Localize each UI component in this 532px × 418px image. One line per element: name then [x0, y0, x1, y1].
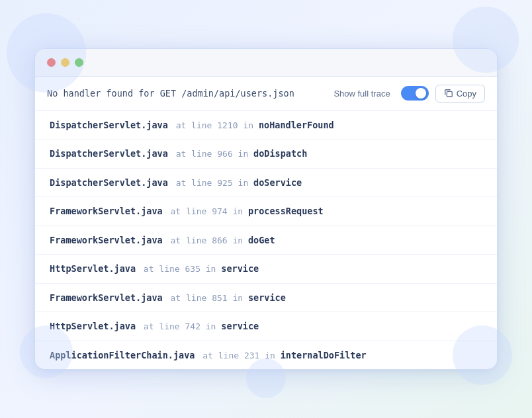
- decorative-blob-tl: [7, 13, 86, 93]
- trace-at-text: at line 742 in: [138, 320, 221, 333]
- toggle-track: [401, 86, 429, 101]
- copy-button[interactable]: Copy: [435, 85, 485, 103]
- trace-method-name: doDispatch: [253, 147, 307, 160]
- trace-item: DispatcherServlet.java at line 925 in do…: [35, 169, 497, 198]
- trace-item: HttpServlet.java at line 635 in service: [35, 255, 497, 284]
- trace-at-text: at line 851 in: [165, 292, 248, 305]
- trace-item: DispatcherServlet.java at line 966 in do…: [35, 140, 497, 169]
- decorative-blob-tr: [453, 7, 519, 73]
- trace-at-text: at line 966 in: [171, 147, 253, 161]
- copy-button-label: Copy: [457, 89, 476, 99]
- trace-at-text: at line 1210 in: [171, 119, 259, 132]
- title-bar: [35, 49, 497, 77]
- trace-item: HttpServlet.java at line 742 in service: [35, 312, 497, 341]
- toggle-thumb: [416, 88, 426, 99]
- trace-class-name: DispatcherServlet.java: [50, 176, 168, 189]
- content-area: No handler found for GET /admin/api/user…: [35, 77, 497, 370]
- trace-method-name: service: [221, 319, 259, 333]
- copy-icon: [444, 89, 453, 98]
- trace-item: FrameworkServlet.java at line 866 in doG…: [35, 226, 497, 255]
- toggle-label: Show full trace: [333, 89, 390, 99]
- trace-method-name: doService: [253, 176, 302, 189]
- trace-class-name: FrameworkServlet.java: [50, 204, 163, 218]
- trace-class-name: DispatcherServlet.java: [50, 147, 168, 160]
- decorative-blob-bc: [246, 358, 286, 398]
- trace-at-text: at line 925 in: [171, 177, 253, 190]
- trace-at-text: at line 974 in: [165, 205, 248, 218]
- trace-item: FrameworkServlet.java at line 974 in pro…: [35, 197, 497, 226]
- decorative-blob-bl: [20, 325, 73, 378]
- error-message-text: No handler found for GET /admin/api/user…: [47, 88, 327, 99]
- trace-at-text: at line 866 in: [165, 234, 248, 247]
- stack-trace-list: DispatcherServlet.java at line 1210 in n…: [35, 111, 497, 370]
- trace-at-text: at line 635 in: [138, 263, 221, 276]
- show-full-trace-toggle[interactable]: [401, 86, 429, 101]
- trace-method-name: service: [248, 291, 286, 304]
- trace-method-name: internalDoFilter: [281, 349, 367, 362]
- trace-item: FrameworkServlet.java at line 851 in ser…: [35, 284, 497, 313]
- trace-class-name: FrameworkServlet.java: [50, 291, 163, 304]
- svg-rect-0: [447, 92, 452, 97]
- trace-class-name: FrameworkServlet.java: [50, 233, 163, 247]
- trace-method-name: noHandlerFound: [259, 118, 334, 132]
- trace-class-name: DispatcherServlet.java: [50, 118, 168, 132]
- error-header: No handler found for GET /admin/api/user…: [35, 77, 497, 111]
- browser-window: No handler found for GET /admin/api/user…: [34, 48, 498, 370]
- decorative-blob-br: [453, 325, 512, 385]
- trace-method-name: doGet: [248, 233, 275, 247]
- trace-method-name: processRequest: [248, 204, 324, 218]
- trace-item: DispatcherServlet.java at line 1210 in n…: [35, 111, 497, 140]
- trace-class-name: HttpServlet.java: [50, 262, 136, 275]
- trace-method-name: service: [221, 262, 259, 275]
